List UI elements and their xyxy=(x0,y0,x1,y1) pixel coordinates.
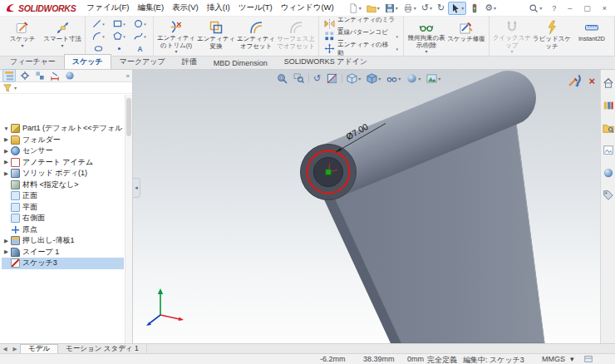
tab-sketch[interactable]: スケッチ xyxy=(64,54,111,69)
scrollbar-thumb[interactable] xyxy=(126,98,131,136)
tab-features[interactable]: フィーチャー xyxy=(2,54,64,69)
point-tool-button[interactable] xyxy=(109,42,130,55)
move-entities-button[interactable]: エンティティの移動 ▾ xyxy=(322,43,401,55)
tree-item-top-plane[interactable]: 平面 xyxy=(2,202,124,214)
rapid-sketch-button[interactable]: ラピッドスケッチ xyxy=(532,17,572,55)
units-selector[interactable]: MMGS xyxy=(542,355,565,363)
tab-markup[interactable]: マークアップ xyxy=(111,54,174,69)
tree-item-origin[interactable]: 原点 xyxy=(2,224,124,236)
circle-tool-button[interactable]: ▾ xyxy=(130,17,150,30)
tree-scrollbar[interactable] xyxy=(125,95,132,343)
expander-icon[interactable]: ▶ xyxy=(2,148,11,155)
model-canvas[interactable]: Ø7.00 xyxy=(133,70,600,343)
display-style-button[interactable]: ▾ xyxy=(365,72,382,85)
panel-collapse-handle[interactable]: ◂ xyxy=(133,178,140,198)
graphics-area[interactable]: Ø7.00 ↺ ▾ xyxy=(133,70,600,343)
trim-entities-button[interactable]: エンティティのトリム(I) ▾ xyxy=(156,17,196,55)
status-options-button[interactable] xyxy=(583,354,593,364)
displaymanager-tab[interactable] xyxy=(64,70,76,81)
exit-sketch-icon[interactable] xyxy=(567,73,582,88)
tab-mbd-dimension[interactable]: MBD Dimension xyxy=(205,57,276,69)
model-tab[interactable]: モデル xyxy=(20,344,58,353)
new-document-button[interactable]: ▾ xyxy=(347,2,363,14)
convert-entities-button[interactable]: エンティティ変換 xyxy=(196,17,236,55)
expander-icon[interactable]: ▶ xyxy=(2,170,11,177)
tab-evaluate[interactable]: 評価 xyxy=(174,54,205,69)
line-tool-button[interactable]: ▾ xyxy=(88,17,109,30)
tree-item-sweep[interactable]: ▶ スイープ 1 xyxy=(2,247,124,258)
tab-scroll-forward-button[interactable]: ▶ xyxy=(10,344,20,353)
zoom-area-button[interactable] xyxy=(292,72,306,85)
dimxpertmanager-tab[interactable] xyxy=(49,70,61,81)
spline-tool-button[interactable]: ▾ xyxy=(130,30,150,42)
expander-icon[interactable]: ▶ xyxy=(2,238,11,244)
polygon-tool-button[interactable]: ▾ xyxy=(109,30,130,42)
ellipse-tool-button[interactable] xyxy=(88,42,109,55)
edit-appearance-button[interactable]: ▾ xyxy=(405,72,422,85)
tree-item-material[interactable]: 材料 <指定なし> xyxy=(2,180,124,191)
menu-tools[interactable]: ツール(T) xyxy=(234,1,277,15)
view-orientation-button[interactable]: ▾ xyxy=(345,72,362,85)
minimize-button[interactable]: – xyxy=(564,3,575,13)
tree-item-extrude-thin[interactable]: ▶ 押し出し-薄板1 xyxy=(2,235,124,247)
display-delete-relations-button[interactable]: 幾何拘束の表示/削除 ▾ xyxy=(406,17,446,55)
search-commands-button[interactable]: ▾ xyxy=(527,2,544,14)
appearances-scenes-button[interactable] xyxy=(602,166,615,180)
instant2d-button[interactable]: Instant2D xyxy=(572,17,612,55)
close-button[interactable]: × xyxy=(599,3,610,13)
section-view-button[interactable] xyxy=(325,72,339,85)
tree-item-right-plane[interactable]: 右側面 xyxy=(2,213,124,224)
propertymanager-tab[interactable] xyxy=(19,70,31,81)
help-button[interactable]: ? xyxy=(549,3,559,13)
hide-show-items-button[interactable]: ▾ xyxy=(385,72,402,85)
cancel-sketch-icon[interactable]: × xyxy=(588,76,595,86)
chevrons-icon[interactable]: » xyxy=(126,72,130,80)
select-tool-button[interactable]: ▾ xyxy=(448,2,466,15)
maximize-button[interactable]: ▢ xyxy=(580,3,594,13)
quick-snaps-button[interactable]: クイックスナップ ▾ xyxy=(492,17,532,55)
file-explorer-button[interactable] xyxy=(602,121,615,135)
motion-study-tab[interactable]: モーション スタディ 1 xyxy=(58,344,147,353)
sketch-button[interactable]: スケッチ ▾ xyxy=(2,17,42,55)
tab-solidworks-addins[interactable]: SOLIDWORKS アドイン xyxy=(276,54,376,69)
repair-sketch-button[interactable]: スケッチ修復 xyxy=(446,17,486,55)
expander-icon[interactable]: ▶ xyxy=(2,248,11,255)
design-library-button[interactable] xyxy=(602,99,615,112)
units-caret-icon[interactable]: ▾ xyxy=(570,355,574,363)
print-button[interactable]: ▾ xyxy=(401,2,418,14)
redo-button[interactable]: ↻ xyxy=(435,2,446,13)
zoom-fit-button[interactable] xyxy=(275,72,289,85)
tree-item-solid-bodies[interactable]: ▶ ソリッド ボディ(1) xyxy=(2,168,124,180)
featuremanager-tree-tab[interactable] xyxy=(2,69,16,82)
tab-scroll-back-button[interactable]: ◀ xyxy=(0,344,10,353)
offset-on-surface-button[interactable]: サーフェス上でオフセット xyxy=(276,17,316,55)
expander-icon[interactable]: ▶ xyxy=(2,136,11,143)
expander-icon[interactable]: ▶ xyxy=(2,159,11,165)
configurationmanager-tab[interactable] xyxy=(34,70,46,81)
tree-item-sensors[interactable]: ▶ センサー xyxy=(2,145,124,157)
custom-properties-button[interactable] xyxy=(602,189,615,202)
menu-view[interactable]: 表示(V) xyxy=(168,1,203,15)
arc-tool-button[interactable]: ▾ xyxy=(88,30,109,42)
menu-edit[interactable]: 編集(E) xyxy=(133,1,168,15)
tree-root-part[interactable]: ▼ Part1 (デフォルト<<デフォルト>_表示状態 xyxy=(2,123,124,135)
tree-filter-bar[interactable]: ▾ xyxy=(0,82,132,94)
previous-view-button[interactable]: ↺ xyxy=(312,72,322,85)
undo-button[interactable]: ↺▾ xyxy=(420,2,434,13)
rectangle-tool-button[interactable]: ▾ xyxy=(109,17,130,30)
offset-entities-button[interactable]: エンティティオフセット xyxy=(236,17,276,55)
view-palette-button[interactable] xyxy=(602,144,615,157)
rebuild-button[interactable] xyxy=(468,2,481,14)
options-button[interactable]: ⚙▾ xyxy=(483,2,498,13)
center-point[interactable] xyxy=(326,170,332,175)
text-tool-button[interactable]: A xyxy=(130,42,150,55)
save-button[interactable]: ▾ xyxy=(383,2,400,14)
smart-dimension-button[interactable]: スマート寸法 ▾ xyxy=(42,17,82,55)
tree-item-annotations[interactable]: ▶ アノテート アイテム xyxy=(2,157,124,169)
menu-file[interactable]: ファイル(F) xyxy=(82,1,133,15)
apply-scene-button[interactable]: ▾ xyxy=(425,72,442,85)
tree-item-folder[interactable]: ▶ フォルダー xyxy=(2,135,124,146)
resources-home-button[interactable] xyxy=(602,76,615,90)
tree-item-sketch3[interactable]: スケッチ3 xyxy=(2,258,124,269)
menu-window[interactable]: ウィンドウ(W) xyxy=(277,1,338,15)
